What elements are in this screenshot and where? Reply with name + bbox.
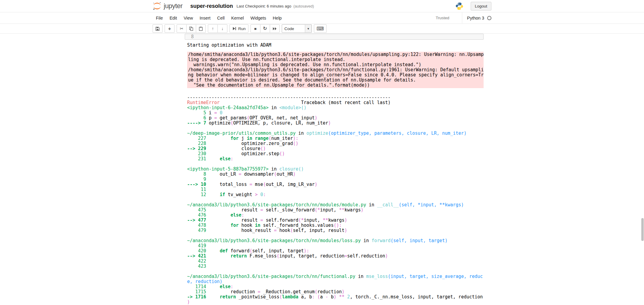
jupyter-logo[interactable]: jupyter [153, 2, 183, 11]
paste-cells-button[interactable] [196, 24, 206, 33]
traceback-line: 227 for j in range(num_iter): [187, 136, 484, 141]
cell-type-select[interactable]: Code ▾ [282, 24, 312, 33]
notebook-container: 8 Starting optimization with ADAM /home/… [0, 34, 644, 305]
app-header: jupyter super-resolution Last Checkpoint… [0, 0, 644, 12]
traceback-line: ) [187, 300, 484, 305]
menubar-divider [462, 12, 462, 23]
traceback-line: 230 optimizer.step() [187, 151, 484, 156]
chevron-down-icon: ▾ [305, 25, 311, 32]
run-label: Run [238, 26, 246, 31]
menu-edit[interactable]: Edit [166, 12, 180, 23]
fast-forward-icon [272, 27, 277, 31]
logout-button[interactable]: Logout [471, 2, 491, 11]
line-number-gutter: 8 [191, 35, 194, 39]
scrollbar-thumb[interactable] [641, 218, 644, 241]
clipboard-icon [199, 26, 203, 31]
traceback-line: <ipython-input-6-24aaa2fd745a> in <modul… [187, 105, 484, 110]
save-icon [155, 26, 160, 31]
traceback-line: 228 optimizer.zero_grad() [187, 141, 484, 146]
vertical-scrollbar[interactable] [641, 0, 644, 305]
restart-run-all-button[interactable] [270, 24, 280, 33]
traceback-line: 9 [187, 177, 484, 182]
command-palette-button[interactable]: ⌨ [314, 24, 327, 33]
run-icon [232, 26, 236, 31]
traceback-line: 478 for hook in self._forward_hooks.valu… [187, 223, 484, 228]
restart-icon: ↻ [263, 26, 267, 31]
cell-type-value: Code [282, 26, 305, 31]
traceback-line [187, 197, 484, 202]
traceback-line: 6 p = get_params(OPT_OVER, net, net_inpu… [187, 116, 484, 121]
traceback-line: ~/deep-image-prior/utils/common_utils.py… [187, 131, 484, 136]
restart-kernel-button[interactable]: ↻ [260, 24, 270, 33]
move-cell-down-button[interactable]: ↓ [217, 24, 227, 33]
keyboard-icon: ⌨ [317, 26, 324, 31]
python-logo-icon [455, 2, 463, 10]
traceback-line: 231 else: [187, 156, 484, 162]
plus-icon: + [168, 26, 171, 31]
traceback-line: RuntimeError Traceback (most recent call… [187, 100, 484, 105]
stop-icon: ■ [254, 27, 257, 31]
toolbar: + ✂ ↑ ↓ [0, 24, 644, 34]
interrupt-kernel-button[interactable]: ■ [251, 24, 260, 33]
trusted-indicator[interactable]: Trusted [436, 16, 449, 20]
traceback-line: 1714 else: [187, 284, 484, 289]
menu-insert[interactable]: Insert [196, 12, 214, 23]
menu-kernel[interactable]: Kernel [228, 12, 247, 23]
save-button[interactable] [153, 24, 163, 33]
menubar: File Edit View Insert Cell Kernel Widget… [0, 12, 644, 24]
menu-widgets[interactable]: Widgets [247, 12, 269, 23]
traceback-line: -> 1716 return _pointwise_loss(lambda a,… [187, 294, 484, 300]
arrow-up-icon: ↑ [212, 26, 214, 31]
stderr-output: /home/smitha/anaconda3/lib/python3.6/sit… [187, 52, 484, 88]
notebook-title[interactable]: super-resolution [190, 3, 233, 9]
jupyter-logo-icon [153, 2, 162, 11]
scissors-icon: ✂ [180, 26, 184, 31]
traceback-line: ----> 7 optimize(OPTIMIZER, p, closure, … [187, 121, 484, 126]
kernel-name: Python 3 [467, 16, 484, 20]
traceback-line: ~/anaconda3/lib/python3.6/site-packages/… [187, 202, 484, 208]
traceback-line: 479 hook_result = hook(self, input, resu… [187, 228, 484, 233]
traceback-line: 1715 reduction = _Reduction.get_enum(red… [187, 289, 484, 294]
traceback-line: 419 [187, 243, 484, 248]
insert-cell-button[interactable]: + [165, 24, 175, 33]
traceback-line: 420 def forward(self, input, target): [187, 248, 484, 254]
traceback-line: 8 out_LR = downsampler(out_HR) [187, 172, 484, 177]
traceback-line: 5 i = 0 [187, 110, 484, 116]
cut-cells-button[interactable]: ✂ [177, 24, 187, 33]
copy-cells-button[interactable] [186, 24, 196, 33]
arrow-down-icon: ↓ [221, 26, 223, 31]
traceback-line [187, 233, 484, 238]
run-cell-button[interactable]: Run [229, 24, 248, 33]
traceback-line: e, reduction) [187, 279, 484, 284]
traceback-line: --> 477 result = self.forward(*input, **… [187, 218, 484, 223]
menu-cell[interactable]: Cell [214, 12, 228, 23]
traceback-line: --> 229 closure() [187, 146, 484, 151]
traceback-line: ~/anaconda3/lib/python3.6/site-packages/… [187, 238, 484, 243]
jupyter-logo-text: jupyter [164, 2, 183, 10]
stdout-output: Starting optimization with ADAM [187, 43, 484, 48]
traceback-line [187, 162, 484, 167]
traceback-line: ---> 10 total_loss = mse(out_LR, img_LR_… [187, 182, 484, 187]
traceback-line: 423 [187, 264, 484, 269]
traceback-line: --> 421 return F.mse_loss(input, target,… [187, 254, 484, 259]
autosave-status: (autosaved) [293, 4, 314, 8]
traceback-line: 11 [187, 187, 484, 192]
code-cell-input[interactable]: 8 [185, 34, 484, 40]
error-traceback-output: ----------------------------------------… [187, 95, 484, 305]
traceback-line [187, 269, 484, 274]
traceback-line: ~/anaconda3/lib/python3.6/site-packages/… [187, 274, 484, 279]
traceback-line: <ipython-input-5-887ba7755977> in closur… [187, 167, 484, 172]
menu-file[interactable]: File [153, 12, 166, 23]
traceback-line: 422 [187, 259, 484, 264]
traceback-line [187, 126, 484, 131]
menu-help[interactable]: Help [269, 12, 285, 23]
traceback-line: 476 else: [187, 213, 484, 218]
traceback-line: 12 if tv_weight > 0: [187, 192, 484, 197]
kernel-idle-icon [487, 16, 491, 20]
menu-view[interactable]: View [180, 12, 196, 23]
copy-icon [189, 26, 193, 31]
move-cell-up-button[interactable]: ↑ [208, 24, 218, 33]
checkpoint-status: Last Checkpoint: 6 minutes ago [237, 4, 291, 8]
traceback-line: ----------------------------------------… [187, 95, 484, 100]
traceback-line: 475 result = self._slow_forward(*input, … [187, 208, 484, 213]
